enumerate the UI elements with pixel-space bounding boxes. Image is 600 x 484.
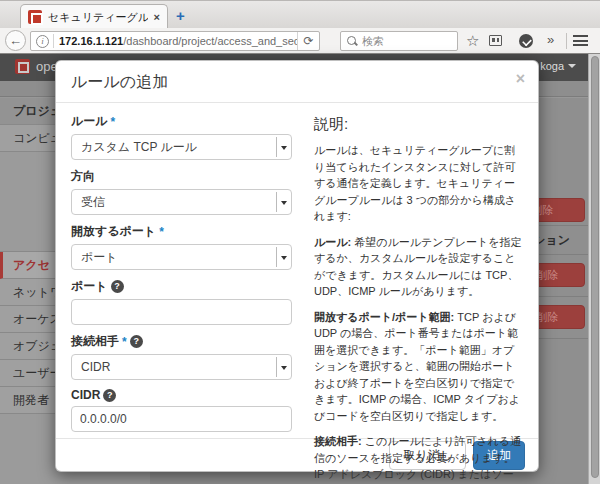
bookmarks-menu-icon[interactable] [489, 35, 502, 46]
pocket-icon[interactable] [519, 34, 533, 48]
required-asterisk: * [111, 115, 116, 129]
browser-tab[interactable]: セキュリティーグル... × [20, 4, 168, 29]
direction-label: 方向 [71, 168, 95, 185]
username: koga [540, 60, 564, 72]
add-rule-modal: ルールの追加 × ルール * カスタム TCP ルール 方向 [55, 60, 539, 472]
description-intro: ルールは、セキュリティーグループに割り当てられたインスタンスに対して許可する通信… [314, 142, 523, 225]
close-icon[interactable]: × [516, 70, 525, 88]
url-host: 172.16.1.121 [59, 35, 123, 47]
open-port-select-value: ポート [81, 250, 118, 264]
search-input[interactable]: 検索 [340, 31, 458, 51]
chevron-down-icon [568, 64, 576, 68]
back-button[interactable]: ← [5, 30, 26, 51]
chevron-down-icon [276, 137, 291, 157]
page-scrollbar[interactable] [588, 54, 600, 484]
url-path: /dashboard/project/access_and_secu [123, 35, 297, 47]
tab-close-icon[interactable]: × [154, 11, 160, 23]
chevron-down-icon [276, 357, 291, 377]
port-label: ポート [71, 278, 108, 295]
help-icon[interactable]: ? [111, 280, 124, 293]
tab-title: セキュリティーグル... [48, 10, 148, 25]
description-heading: 説明: [314, 115, 523, 134]
description-item-port: 開放するポート/ポート範囲: TCP および UDP の場合、ポート番号またはポ… [314, 309, 523, 425]
description-item-rule: ルール: 希望のルールテンプレートを指定するか、カスタムルールを設定することがで… [314, 234, 523, 300]
browser-toolbar: ← i 172.16.1.121 /dashboard/project/acce… [0, 28, 600, 54]
chevron-down-icon [276, 247, 291, 267]
cidr-label: CIDR [71, 388, 100, 402]
open-port-field-group: 開放するポート * ポート [71, 223, 292, 270]
modal-title: ルールの追加 [71, 73, 168, 90]
rule-field-group: ルール * カスタム TCP ルール [71, 113, 292, 160]
browser-tab-bar: セキュリティーグル... × + [0, 0, 600, 28]
openstack-logo-icon [15, 59, 30, 74]
reload-icon[interactable]: ⟳ [297, 32, 319, 50]
remote-select[interactable]: CIDR [71, 354, 292, 380]
remote-label: 接続相手 [71, 333, 119, 350]
page-info-icon[interactable]: i [36, 35, 49, 48]
modal-body: ルール * カスタム TCP ルール 方向 受信 [56, 103, 538, 438]
rule-description: 説明: ルールは、セキュリティーグループに割り当てられたインスタンスに対して許可… [314, 113, 523, 428]
cidr-field-group: CIDR ? [71, 388, 292, 432]
required-asterisk: * [122, 335, 127, 349]
port-input[interactable] [71, 299, 292, 325]
url-separator [53, 34, 54, 48]
screen: セキュリティーグル... × + ← i 172.16.1.121 /dashb… [0, 0, 600, 484]
scrollbar-thumb[interactable] [591, 56, 599, 478]
direction-select-value: 受信 [81, 195, 105, 209]
modal-header: ルールの追加 × [56, 61, 538, 103]
search-placeholder: 検索 [362, 34, 384, 49]
help-icon[interactable]: ? [130, 335, 143, 348]
url-bar[interactable]: i 172.16.1.121 /dashboard/project/access… [30, 31, 320, 51]
menu-hamburger-icon[interactable] [573, 35, 588, 46]
bookmark-star-icon[interactable]: ☆ [466, 32, 479, 50]
overflow-chevron-icon[interactable]: » [547, 32, 554, 47]
new-tab-button[interactable]: + [176, 7, 185, 24]
openstack-favicon-icon [28, 10, 42, 24]
rule-select[interactable]: カスタム TCP ルール [71, 134, 292, 160]
port-field-group: ポート ? [71, 278, 292, 325]
remote-select-value: CIDR [81, 360, 110, 374]
rule-label: ルール [71, 113, 108, 130]
rule-form: ルール * カスタム TCP ルール 方向 受信 [71, 113, 292, 428]
help-icon[interactable]: ? [103, 389, 116, 402]
cidr-input[interactable] [71, 406, 292, 432]
open-port-label: 開放するポート [71, 223, 156, 240]
search-icon [346, 35, 358, 47]
chevron-down-icon [276, 192, 291, 212]
required-asterisk: * [159, 225, 164, 239]
open-port-select[interactable]: ポート [71, 244, 292, 270]
direction-select[interactable]: 受信 [71, 189, 292, 215]
remote-field-group: 接続相手 * ? CIDR [71, 333, 292, 380]
toolbar-separator [566, 33, 567, 49]
rule-select-value: カスタム TCP ルール [81, 140, 197, 154]
direction-field-group: 方向 受信 [71, 168, 292, 215]
description-item-remote: 接続相手: このルールにより許可される通信のソースを指定する必要があります。IP… [314, 433, 523, 484]
